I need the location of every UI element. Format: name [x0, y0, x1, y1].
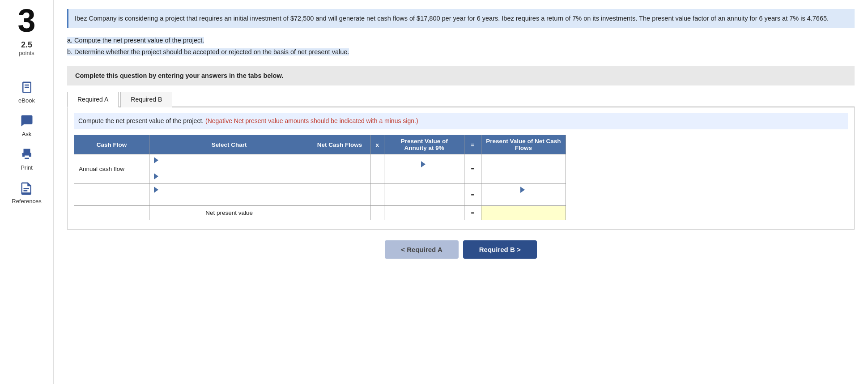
references-label: References — [12, 198, 41, 205]
cell-x-3 — [370, 206, 384, 220]
next-button-label: Required B > — [479, 246, 521, 253]
cell-npv-label: Net present value — [149, 206, 309, 220]
cell-eq-2: = — [464, 184, 481, 206]
header-eq: = — [464, 135, 481, 154]
cell-net-cash-1[interactable] — [309, 154, 370, 184]
cell-pv-net-2[interactable] — [481, 184, 566, 206]
header-pv-net: Present Value of Net Cash Flows — [481, 135, 566, 154]
sidebar-item-ask[interactable]: Ask — [0, 108, 53, 142]
tab-required-a[interactable]: Required A — [67, 92, 119, 107]
cell-pv-annuity-2[interactable] — [384, 184, 464, 206]
compute-instruction: Compute the net present value of the pro… — [74, 113, 848, 129]
cell-cash-flow-label-2 — [74, 184, 149, 206]
cell-cash-flow-label-3 — [74, 206, 149, 220]
ebook-label: eBook — [18, 97, 35, 104]
cell-x-1 — [370, 154, 384, 184]
instructions-box: Complete this question by entering your … — [67, 66, 855, 85]
cell-x-2 — [370, 184, 384, 206]
header-select-chart: Select Chart — [149, 135, 309, 154]
table-row: = — [74, 184, 566, 206]
points-container: 2.5 points — [19, 40, 34, 56]
points-label: points — [19, 50, 34, 56]
pv-net-input-3[interactable] — [486, 209, 561, 217]
print-icon — [19, 146, 35, 162]
ebook-icon — [19, 79, 35, 95]
sidebar-item-print[interactable]: Print — [0, 142, 53, 175]
net-cash-input-1[interactable] — [314, 165, 366, 173]
print-label: Print — [21, 164, 33, 171]
compute-section: Compute the net present value of the pro… — [67, 107, 855, 230]
header-x: x — [370, 135, 384, 154]
cell-pv-net-3[interactable] — [481, 206, 566, 220]
tab-required-b[interactable]: Required B — [120, 92, 172, 107]
cell-select-chart-1[interactable] — [149, 154, 309, 184]
part-b: b. Determine whether the project should … — [67, 46, 855, 58]
part-a: a. Compute the net present value of the … — [67, 34, 855, 46]
triangle-icon-2b — [520, 187, 525, 193]
next-button[interactable]: Required B > — [463, 240, 537, 259]
cell-pv-annuity-1[interactable] — [384, 154, 464, 184]
sidebar: 3 2.5 points eBook Ask Print — [0, 0, 54, 384]
references-icon — [19, 180, 35, 196]
compute-main: Compute the net present value of the pro… — [78, 117, 204, 124]
cell-cash-flow-label-1: Annual cash flow — [74, 154, 149, 184]
prev-button[interactable]: < Required A — [385, 240, 458, 259]
npv-table: Cash Flow Select Chart Net Cash Flows x — [74, 135, 566, 220]
header-pv-annuity: Present Value of Annuity at 9% — [384, 135, 464, 154]
select-chart-input-1[interactable] — [154, 165, 304, 173]
triangle-icon-1 — [154, 157, 158, 163]
cell-net-cash-2[interactable] — [309, 184, 370, 206]
header-cash-flow: Cash Flow — [74, 135, 149, 154]
question-text: Ibez Company is considering a project th… — [67, 9, 855, 28]
select-chart-input-2[interactable] — [154, 194, 304, 203]
nav-buttons: < Required A Required B > — [67, 240, 855, 259]
cell-eq-3: = — [464, 206, 481, 220]
triangle-icon-1c — [421, 161, 425, 167]
pv-annuity-input-1[interactable] — [389, 169, 460, 177]
cell-select-chart-2[interactable] — [149, 184, 309, 206]
question-body: Ibez Company is considering a project th… — [75, 15, 829, 22]
header-net-cash: Net Cash Flows — [309, 135, 370, 154]
pv-net-input-1[interactable] — [486, 165, 561, 173]
sidebar-divider — [5, 70, 48, 70]
ask-label: Ask — [22, 131, 32, 137]
compute-note: (Negative Net present value amounts shou… — [205, 117, 418, 124]
question-parts: a. Compute the net present value of the … — [67, 34, 855, 58]
sidebar-item-ebook[interactable]: eBook — [0, 75, 53, 108]
main-content: Ibez Company is considering a project th… — [54, 0, 868, 384]
cell-eq-1: = — [464, 154, 481, 184]
cell-net-cash-3 — [309, 206, 370, 220]
tabs-container: Required A Required B — [67, 91, 855, 107]
question-number: 3 — [17, 4, 35, 37]
triangle-icon-1b — [154, 173, 158, 179]
ask-icon — [19, 113, 35, 129]
instructions-text: Complete this question by entering your … — [75, 72, 283, 79]
cell-pv-net-1[interactable] — [481, 154, 566, 184]
prev-button-label: < Required A — [401, 246, 442, 253]
cell-pv-annuity-3 — [384, 206, 464, 220]
triangle-icon-2 — [154, 187, 158, 193]
points-value: 2.5 — [19, 40, 34, 50]
table-row: Annual cash flow — [74, 154, 566, 184]
pv-net-input-2[interactable] — [486, 194, 561, 203]
sidebar-item-references[interactable]: References — [0, 175, 53, 209]
table-row: Net present value = — [74, 206, 566, 220]
